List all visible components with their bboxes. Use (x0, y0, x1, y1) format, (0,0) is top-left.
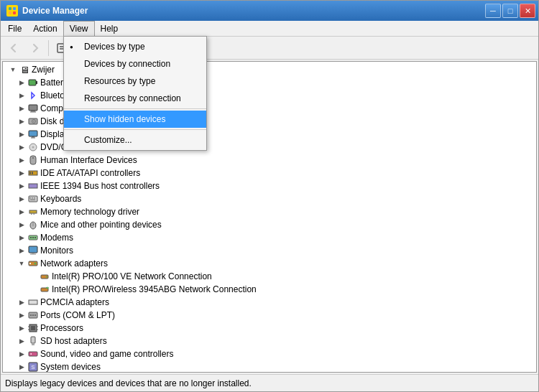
dvd-expander[interactable]: ▶ (16, 141, 27, 153)
ports-label: Ports (COM & LPT) (40, 310, 115, 320)
diskdrives-icon (27, 116, 39, 127)
status-bar: Displays legacy devices and devices that… (1, 374, 538, 391)
tree-item-memtech[interactable]: ▶Memory technology driver (4, 205, 535, 218)
restore-button[interactable]: □ (502, 4, 518, 18)
menu-item-devices-by-type[interactable]: Devices by type (64, 38, 206, 55)
menu-action[interactable]: Action (27, 21, 63, 36)
sdhost-expander[interactable]: ▶ (16, 335, 27, 347)
diskdrives-expander[interactable]: ▶ (16, 116, 27, 127)
sound-expander[interactable]: ▶ (16, 348, 27, 360)
monitors-icon (27, 245, 39, 256)
menu-item-show-hidden[interactable]: Show hidden devices (64, 111, 206, 128)
sound-icon (27, 348, 39, 360)
svg-rect-1 (13, 7, 16, 10)
tree-item-monitors[interactable]: ▶Monitors (4, 244, 535, 257)
svg-rect-42 (30, 254, 36, 255)
menu-item-resources-by-type[interactable]: Resources by type (64, 73, 206, 90)
memtech-expander[interactable]: ▶ (16, 206, 27, 218)
tree-item-net2[interactable]: Intel(R) PRO/Wireless 3945ABG Network Co… (4, 283, 535, 296)
tree-item-modems[interactable]: ▶Modems (4, 231, 535, 244)
svg-rect-33 (34, 213, 35, 215)
svg-point-53 (34, 314, 36, 316)
svg-rect-32 (31, 213, 32, 215)
pcmcia-expander[interactable]: ▶ (16, 297, 27, 308)
computer-icon (27, 103, 39, 114)
hid-icon (27, 154, 39, 166)
tree-item-sound[interactable]: ▶Sound, video and game controllers (4, 347, 535, 360)
batteries-icon (27, 77, 39, 88)
tree-item-keyboards[interactable]: ▶Keyboards (4, 192, 535, 205)
sdhost-icon (27, 335, 39, 347)
pcmcia-label: PCMCIA adapters (40, 297, 109, 307)
keyboards-expander[interactable]: ▶ (16, 193, 27, 205)
mice-label: Mice and other pointing devices (40, 220, 162, 230)
tree-item-pcmcia[interactable]: ▶PCMCIA adapters (4, 296, 535, 309)
menu-item-resources-by-connection[interactable]: Resources by connection (64, 90, 206, 107)
tree-item-processors[interactable]: ▶Processors (4, 322, 535, 335)
display-expander[interactable]: ▶ (16, 129, 27, 140)
tree-item-network[interactable]: ▼Network adapters (4, 257, 535, 270)
svg-point-21 (32, 157, 34, 159)
svg-rect-25 (29, 184, 37, 188)
tree-item-ports[interactable]: ▶Ports (COM & LPT) (4, 309, 535, 322)
bluetooth-expander[interactable]: ▶ (16, 90, 27, 101)
svg-point-37 (30, 237, 32, 238)
ports-icon (27, 309, 39, 321)
ports-expander[interactable]: ▶ (16, 309, 27, 321)
menu-separator-separator1 (64, 108, 206, 109)
svg-rect-44 (29, 263, 31, 264)
device-manager-window: Device Manager ─ □ ✕ File Action View He… (0, 0, 539, 392)
mice-expander[interactable]: ▶ (16, 219, 27, 230)
system-label: System devices (40, 362, 101, 372)
tree-item-hid[interactable]: ▶Human Interface Devices (4, 154, 535, 167)
system-expander[interactable]: ▶ (16, 361, 27, 373)
tree-item-system[interactable]: ▶SSystem devices (4, 360, 535, 373)
modems-expander[interactable]: ▶ (16, 232, 27, 243)
title-bar: Device Manager ─ □ ✕ (1, 1, 538, 21)
tree-item-net1[interactable]: Intel(R) PRO/100 VE Network Connection (4, 270, 535, 283)
monitors-expander[interactable]: ▶ (16, 245, 27, 256)
tree-item-mice[interactable]: ▶Mice and other pointing devices (4, 218, 535, 231)
svg-point-52 (32, 314, 34, 316)
display-icon (27, 129, 39, 140)
tree-item-ide[interactable]: ▶IDE ATA/ATAPI controllers (4, 167, 535, 179)
close-button[interactable]: ✕ (520, 4, 535, 18)
svg-rect-8 (36, 81, 37, 84)
svg-point-51 (30, 314, 32, 316)
ide-expander[interactable]: ▶ (16, 167, 27, 179)
computer-expander[interactable]: ▶ (16, 103, 27, 114)
processors-icon (27, 322, 39, 334)
modems-icon (27, 232, 39, 243)
svg-rect-62 (29, 352, 37, 356)
menu-item-customize[interactable]: Customize... (64, 131, 206, 149)
net2-icon (39, 284, 50, 295)
net2-expander (27, 284, 39, 295)
menu-item-devices-by-connection[interactable]: Devices by connection (64, 55, 206, 73)
menu-view[interactable]: View (63, 21, 95, 36)
network-expander[interactable]: ▼ (16, 258, 27, 269)
ieee1394-expander[interactable]: ▶ (16, 180, 27, 192)
forward-button[interactable] (25, 39, 45, 57)
sound-label: Sound, video and game controllers (40, 349, 173, 359)
svg-rect-40 (29, 246, 37, 253)
svg-rect-55 (31, 326, 35, 330)
batteries-expander[interactable]: ▶ (16, 77, 27, 88)
svg-rect-61 (32, 343, 34, 345)
network-label: Network adapters (40, 258, 108, 269)
net1-icon (39, 271, 50, 282)
memtech-label: Memory technology driver (40, 207, 139, 217)
svg-rect-17 (31, 138, 35, 139)
minimize-button[interactable]: ─ (485, 4, 501, 18)
menu-help[interactable]: Help (95, 21, 124, 36)
back-button[interactable] (4, 39, 24, 57)
hid-expander[interactable]: ▶ (16, 154, 27, 166)
pcmcia-icon (27, 297, 39, 308)
tree-item-sdhost[interactable]: ▶SD host adapters (4, 335, 535, 347)
processors-expander[interactable]: ▶ (16, 322, 27, 334)
menu-file[interactable]: File (2, 21, 27, 36)
toolbar-separator (48, 40, 49, 56)
root-expander[interactable]: ▼ (7, 64, 19, 75)
tree-item-ieee1394[interactable]: ▶IEEE 1394 Bus host controllers (4, 179, 535, 192)
computer-icon: 🖥 (19, 64, 30, 75)
ieee1394-label: IEEE 1394 Bus host controllers (40, 181, 160, 191)
